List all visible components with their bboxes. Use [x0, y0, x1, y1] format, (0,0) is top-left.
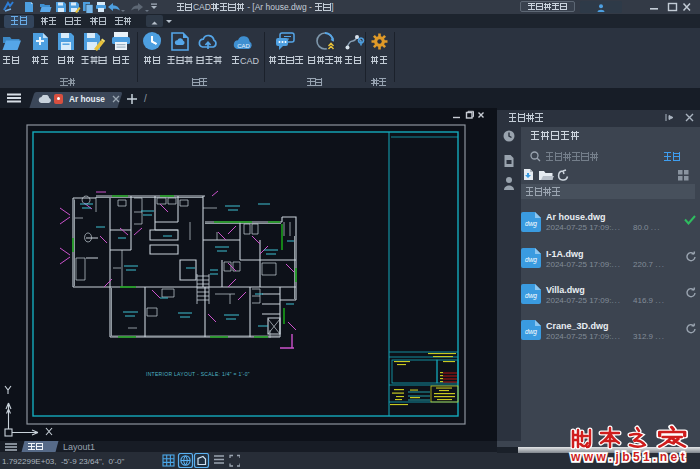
svg-text:dwg: dwg — [525, 328, 537, 336]
svg-text:dwg: dwg — [525, 256, 537, 264]
svg-text:INTERIOR LAYOUT - SCALE: 1/: INTERIOR LAYOUT - SCALE: 1/4" = 1'-0" — [146, 371, 250, 377]
svg-text:www.jb51.net: www.jb51.net — [570, 450, 688, 464]
svg-text:dwg: dwg — [525, 220, 537, 228]
svg-text:dwg: dwg — [525, 292, 537, 300]
svg-text:CAD: CAD — [237, 43, 250, 49]
